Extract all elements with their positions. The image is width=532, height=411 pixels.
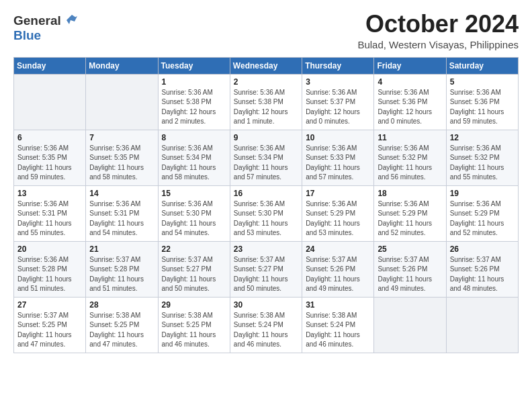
day-number: 28 bbox=[89, 300, 154, 310]
calendar-week-row: 20Sunrise: 5:36 AMSunset: 5:28 PMDayligh… bbox=[14, 241, 519, 297]
title-area: October 2024 Bulad, Western Visayas, Phi… bbox=[357, 11, 519, 50]
calendar-cell: 26Sunrise: 5:37 AMSunset: 5:26 PMDayligh… bbox=[446, 241, 518, 297]
calendar-cell bbox=[374, 297, 446, 353]
day-number: 14 bbox=[89, 189, 154, 198]
day-number: 11 bbox=[378, 133, 442, 142]
cell-sun-info: Sunrise: 5:36 AMSunset: 5:38 PMDaylight:… bbox=[234, 88, 298, 127]
calendar-cell: 11Sunrise: 5:36 AMSunset: 5:32 PMDayligh… bbox=[374, 130, 446, 185]
location-subtitle: Bulad, Western Visayas, Philippines bbox=[357, 39, 519, 50]
cell-sun-info: Sunrise: 5:38 AMSunset: 5:25 PMDaylight:… bbox=[89, 311, 154, 350]
calendar-cell: 30Sunrise: 5:38 AMSunset: 5:24 PMDayligh… bbox=[230, 297, 302, 353]
weekday-header-tuesday: Tuesday bbox=[158, 57, 230, 74]
day-number: 4 bbox=[378, 77, 442, 87]
calendar-cell: 27Sunrise: 5:37 AMSunset: 5:25 PMDayligh… bbox=[14, 297, 86, 353]
calendar-cell: 8Sunrise: 5:36 AMSunset: 5:34 PMDaylight… bbox=[158, 130, 230, 185]
day-number: 20 bbox=[17, 244, 82, 254]
calendar-cell: 4Sunrise: 5:36 AMSunset: 5:36 PMDaylight… bbox=[374, 74, 446, 130]
logo-bird-icon bbox=[62, 13, 77, 26]
calendar-cell: 9Sunrise: 5:36 AMSunset: 5:34 PMDaylight… bbox=[230, 130, 302, 185]
svg-marker-0 bbox=[66, 15, 77, 24]
day-number: 1 bbox=[162, 77, 226, 87]
cell-sun-info: Sunrise: 5:36 AMSunset: 5:34 PMDaylight:… bbox=[234, 144, 298, 183]
logo-blue-text: Blue bbox=[13, 28, 41, 42]
calendar-cell: 12Sunrise: 5:36 AMSunset: 5:32 PMDayligh… bbox=[446, 130, 518, 185]
day-number: 24 bbox=[306, 244, 370, 254]
cell-sun-info: Sunrise: 5:36 AMSunset: 5:30 PMDaylight:… bbox=[234, 199, 298, 238]
cell-sun-info: Sunrise: 5:36 AMSunset: 5:29 PMDaylight:… bbox=[306, 199, 370, 238]
cell-sun-info: Sunrise: 5:36 AMSunset: 5:32 PMDaylight:… bbox=[450, 144, 515, 183]
calendar-cell: 15Sunrise: 5:36 AMSunset: 5:30 PMDayligh… bbox=[158, 185, 230, 241]
cell-sun-info: Sunrise: 5:36 AMSunset: 5:36 PMDaylight:… bbox=[378, 88, 442, 127]
calendar-cell: 25Sunrise: 5:37 AMSunset: 5:26 PMDayligh… bbox=[374, 241, 446, 297]
page-header: General Blue October 2024 Bulad, Western… bbox=[13, 11, 519, 50]
day-number: 16 bbox=[234, 189, 298, 198]
cell-sun-info: Sunrise: 5:36 AMSunset: 5:37 PMDaylight:… bbox=[306, 88, 370, 127]
cell-sun-info: Sunrise: 5:36 AMSunset: 5:35 PMDaylight:… bbox=[89, 144, 154, 183]
day-number: 8 bbox=[162, 133, 226, 142]
day-number: 19 bbox=[450, 189, 515, 198]
calendar-cell: 13Sunrise: 5:36 AMSunset: 5:31 PMDayligh… bbox=[14, 185, 86, 241]
cell-sun-info: Sunrise: 5:37 AMSunset: 5:26 PMDaylight:… bbox=[306, 255, 370, 294]
calendar-cell: 20Sunrise: 5:36 AMSunset: 5:28 PMDayligh… bbox=[14, 241, 86, 297]
cell-sun-info: Sunrise: 5:37 AMSunset: 5:25 PMDaylight:… bbox=[17, 311, 82, 350]
cell-sun-info: Sunrise: 5:36 AMSunset: 5:28 PMDaylight:… bbox=[17, 255, 82, 294]
cell-sun-info: Sunrise: 5:37 AMSunset: 5:27 PMDaylight:… bbox=[234, 255, 298, 294]
cell-sun-info: Sunrise: 5:36 AMSunset: 5:31 PMDaylight:… bbox=[89, 199, 154, 238]
logo: General Blue bbox=[13, 13, 77, 43]
calendar-cell bbox=[446, 297, 518, 353]
day-number: 18 bbox=[378, 189, 442, 198]
calendar-cell: 31Sunrise: 5:38 AMSunset: 5:24 PMDayligh… bbox=[302, 297, 374, 353]
day-number: 30 bbox=[234, 300, 298, 310]
cell-sun-info: Sunrise: 5:37 AMSunset: 5:26 PMDaylight:… bbox=[450, 255, 515, 294]
calendar-cell: 23Sunrise: 5:37 AMSunset: 5:27 PMDayligh… bbox=[230, 241, 302, 297]
cell-sun-info: Sunrise: 5:38 AMSunset: 5:24 PMDaylight:… bbox=[306, 311, 370, 350]
calendar-cell: 5Sunrise: 5:36 AMSunset: 5:36 PMDaylight… bbox=[446, 74, 518, 130]
calendar-cell: 21Sunrise: 5:37 AMSunset: 5:28 PMDayligh… bbox=[86, 241, 158, 297]
cell-sun-info: Sunrise: 5:36 AMSunset: 5:38 PMDaylight:… bbox=[162, 88, 226, 127]
cell-sun-info: Sunrise: 5:37 AMSunset: 5:28 PMDaylight:… bbox=[89, 255, 154, 294]
cell-sun-info: Sunrise: 5:36 AMSunset: 5:33 PMDaylight:… bbox=[306, 144, 370, 183]
cell-sun-info: Sunrise: 5:36 AMSunset: 5:31 PMDaylight:… bbox=[17, 199, 82, 238]
day-number: 7 bbox=[89, 133, 154, 142]
cell-sun-info: Sunrise: 5:36 AMSunset: 5:29 PMDaylight:… bbox=[378, 199, 442, 238]
calendar-week-row: 1Sunrise: 5:36 AMSunset: 5:38 PMDaylight… bbox=[14, 74, 519, 130]
day-number: 5 bbox=[450, 77, 515, 87]
cell-sun-info: Sunrise: 5:36 AMSunset: 5:34 PMDaylight:… bbox=[162, 144, 226, 183]
cell-sun-info: Sunrise: 5:36 AMSunset: 5:36 PMDaylight:… bbox=[450, 88, 515, 127]
day-number: 22 bbox=[162, 244, 226, 254]
weekday-header-wednesday: Wednesday bbox=[230, 57, 302, 74]
calendar-cell: 3Sunrise: 5:36 AMSunset: 5:37 PMDaylight… bbox=[302, 74, 374, 130]
day-number: 3 bbox=[306, 77, 370, 87]
weekday-header-sunday: Sunday bbox=[14, 57, 86, 74]
day-number: 21 bbox=[89, 244, 154, 254]
day-number: 13 bbox=[17, 189, 82, 198]
calendar-cell: 28Sunrise: 5:38 AMSunset: 5:25 PMDayligh… bbox=[86, 297, 158, 353]
calendar-cell: 1Sunrise: 5:36 AMSunset: 5:38 PMDaylight… bbox=[158, 74, 230, 130]
weekday-header-saturday: Saturday bbox=[446, 57, 518, 74]
day-number: 9 bbox=[234, 133, 298, 142]
calendar-header-row: SundayMondayTuesdayWednesdayThursdayFrid… bbox=[14, 57, 519, 74]
day-number: 15 bbox=[162, 189, 226, 198]
calendar-cell: 14Sunrise: 5:36 AMSunset: 5:31 PMDayligh… bbox=[86, 185, 158, 241]
day-number: 31 bbox=[306, 300, 370, 310]
cell-sun-info: Sunrise: 5:36 AMSunset: 5:35 PMDaylight:… bbox=[17, 144, 82, 183]
weekday-header-monday: Monday bbox=[86, 57, 158, 74]
calendar-week-row: 27Sunrise: 5:37 AMSunset: 5:25 PMDayligh… bbox=[14, 297, 519, 353]
day-number: 12 bbox=[450, 133, 515, 142]
calendar-cell: 18Sunrise: 5:36 AMSunset: 5:29 PMDayligh… bbox=[374, 185, 446, 241]
day-number: 23 bbox=[234, 244, 298, 254]
cell-sun-info: Sunrise: 5:38 AMSunset: 5:25 PMDaylight:… bbox=[162, 311, 226, 350]
cell-sun-info: Sunrise: 5:37 AMSunset: 5:27 PMDaylight:… bbox=[162, 255, 226, 294]
cell-sun-info: Sunrise: 5:36 AMSunset: 5:29 PMDaylight:… bbox=[450, 199, 515, 238]
calendar-cell: 22Sunrise: 5:37 AMSunset: 5:27 PMDayligh… bbox=[158, 241, 230, 297]
calendar-cell: 10Sunrise: 5:36 AMSunset: 5:33 PMDayligh… bbox=[302, 130, 374, 185]
day-number: 2 bbox=[234, 77, 298, 87]
weekday-header-thursday: Thursday bbox=[302, 57, 374, 74]
calendar-cell: 29Sunrise: 5:38 AMSunset: 5:25 PMDayligh… bbox=[158, 297, 230, 353]
weekday-header-friday: Friday bbox=[374, 57, 446, 74]
calendar-cell: 19Sunrise: 5:36 AMSunset: 5:29 PMDayligh… bbox=[446, 185, 518, 241]
calendar-week-row: 6Sunrise: 5:36 AMSunset: 5:35 PMDaylight… bbox=[14, 130, 519, 185]
cell-sun-info: Sunrise: 5:36 AMSunset: 5:32 PMDaylight:… bbox=[378, 144, 442, 183]
calendar-cell: 24Sunrise: 5:37 AMSunset: 5:26 PMDayligh… bbox=[302, 241, 374, 297]
calendar-cell: 16Sunrise: 5:36 AMSunset: 5:30 PMDayligh… bbox=[230, 185, 302, 241]
